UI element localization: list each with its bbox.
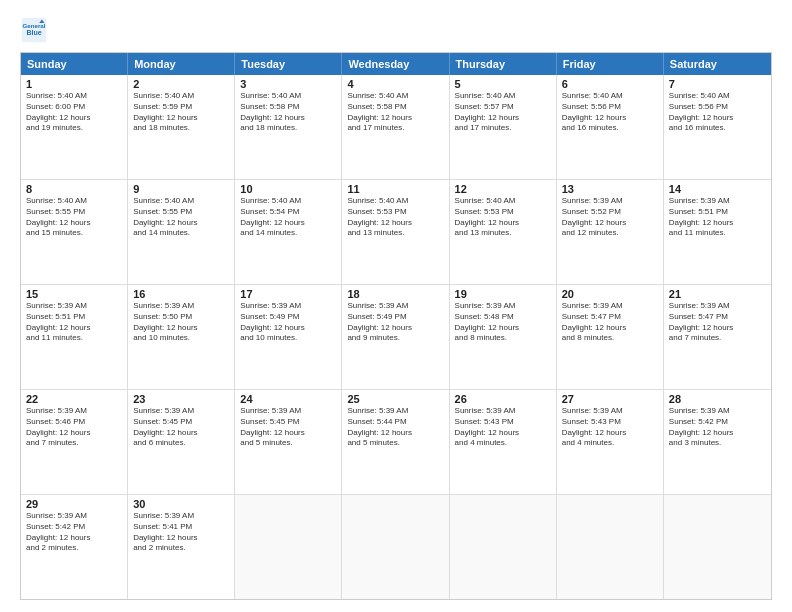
day-number: 24 <box>240 393 336 405</box>
calendar-cell: 25Sunrise: 5:39 AM Sunset: 5:44 PM Dayli… <box>342 390 449 494</box>
day-number: 19 <box>455 288 551 300</box>
weekday-header: Monday <box>128 53 235 75</box>
day-number: 9 <box>133 183 229 195</box>
cell-details: Sunrise: 5:40 AM Sunset: 5:55 PM Dayligh… <box>133 196 229 239</box>
cell-details: Sunrise: 5:39 AM Sunset: 5:44 PM Dayligh… <box>347 406 443 449</box>
calendar-cell <box>557 495 664 599</box>
cell-details: Sunrise: 5:40 AM Sunset: 5:58 PM Dayligh… <box>347 91 443 134</box>
calendar-cell: 3Sunrise: 5:40 AM Sunset: 5:58 PM Daylig… <box>235 75 342 179</box>
calendar-cell: 12Sunrise: 5:40 AM Sunset: 5:53 PM Dayli… <box>450 180 557 284</box>
svg-text:Blue: Blue <box>26 29 41 36</box>
cell-details: Sunrise: 5:40 AM Sunset: 5:56 PM Dayligh… <box>562 91 658 134</box>
day-number: 10 <box>240 183 336 195</box>
day-number: 20 <box>562 288 658 300</box>
day-number: 4 <box>347 78 443 90</box>
day-number: 1 <box>26 78 122 90</box>
cell-details: Sunrise: 5:39 AM Sunset: 5:52 PM Dayligh… <box>562 196 658 239</box>
calendar-header: SundayMondayTuesdayWednesdayThursdayFrid… <box>21 53 771 75</box>
svg-text:General: General <box>23 22 46 29</box>
cell-details: Sunrise: 5:39 AM Sunset: 5:50 PM Dayligh… <box>133 301 229 344</box>
calendar-cell: 9Sunrise: 5:40 AM Sunset: 5:55 PM Daylig… <box>128 180 235 284</box>
cell-details: Sunrise: 5:40 AM Sunset: 5:53 PM Dayligh… <box>347 196 443 239</box>
cell-details: Sunrise: 5:39 AM Sunset: 5:45 PM Dayligh… <box>240 406 336 449</box>
calendar-row: 22Sunrise: 5:39 AM Sunset: 5:46 PM Dayli… <box>21 389 771 494</box>
day-number: 5 <box>455 78 551 90</box>
logo: General Blue <box>20 16 52 44</box>
header: General Blue <box>20 16 772 44</box>
calendar-cell: 27Sunrise: 5:39 AM Sunset: 5:43 PM Dayli… <box>557 390 664 494</box>
calendar-cell: 5Sunrise: 5:40 AM Sunset: 5:57 PM Daylig… <box>450 75 557 179</box>
day-number: 14 <box>669 183 766 195</box>
calendar-cell: 22Sunrise: 5:39 AM Sunset: 5:46 PM Dayli… <box>21 390 128 494</box>
cell-details: Sunrise: 5:40 AM Sunset: 5:59 PM Dayligh… <box>133 91 229 134</box>
calendar-cell: 8Sunrise: 5:40 AM Sunset: 5:55 PM Daylig… <box>21 180 128 284</box>
day-number: 28 <box>669 393 766 405</box>
day-number: 2 <box>133 78 229 90</box>
day-number: 15 <box>26 288 122 300</box>
calendar-cell: 24Sunrise: 5:39 AM Sunset: 5:45 PM Dayli… <box>235 390 342 494</box>
cell-details: Sunrise: 5:40 AM Sunset: 5:57 PM Dayligh… <box>455 91 551 134</box>
day-number: 25 <box>347 393 443 405</box>
calendar-cell <box>450 495 557 599</box>
calendar-cell <box>342 495 449 599</box>
cell-details: Sunrise: 5:39 AM Sunset: 5:43 PM Dayligh… <box>562 406 658 449</box>
cell-details: Sunrise: 5:39 AM Sunset: 5:51 PM Dayligh… <box>26 301 122 344</box>
calendar-row: 29Sunrise: 5:39 AM Sunset: 5:42 PM Dayli… <box>21 494 771 599</box>
day-number: 11 <box>347 183 443 195</box>
cell-details: Sunrise: 5:40 AM Sunset: 5:54 PM Dayligh… <box>240 196 336 239</box>
logo-icon: General Blue <box>20 16 48 44</box>
cell-details: Sunrise: 5:39 AM Sunset: 5:48 PM Dayligh… <box>455 301 551 344</box>
calendar-cell: 21Sunrise: 5:39 AM Sunset: 5:47 PM Dayli… <box>664 285 771 389</box>
cell-details: Sunrise: 5:39 AM Sunset: 5:42 PM Dayligh… <box>669 406 766 449</box>
cell-details: Sunrise: 5:39 AM Sunset: 5:46 PM Dayligh… <box>26 406 122 449</box>
calendar-cell: 29Sunrise: 5:39 AM Sunset: 5:42 PM Dayli… <box>21 495 128 599</box>
day-number: 16 <box>133 288 229 300</box>
calendar-cell: 6Sunrise: 5:40 AM Sunset: 5:56 PM Daylig… <box>557 75 664 179</box>
calendar-cell: 4Sunrise: 5:40 AM Sunset: 5:58 PM Daylig… <box>342 75 449 179</box>
cell-details: Sunrise: 5:40 AM Sunset: 6:00 PM Dayligh… <box>26 91 122 134</box>
day-number: 8 <box>26 183 122 195</box>
calendar-cell <box>235 495 342 599</box>
cell-details: Sunrise: 5:39 AM Sunset: 5:47 PM Dayligh… <box>562 301 658 344</box>
calendar-cell: 13Sunrise: 5:39 AM Sunset: 5:52 PM Dayli… <box>557 180 664 284</box>
day-number: 3 <box>240 78 336 90</box>
weekday-header: Friday <box>557 53 664 75</box>
cell-details: Sunrise: 5:39 AM Sunset: 5:49 PM Dayligh… <box>240 301 336 344</box>
cell-details: Sunrise: 5:39 AM Sunset: 5:41 PM Dayligh… <box>133 511 229 554</box>
calendar-row: 15Sunrise: 5:39 AM Sunset: 5:51 PM Dayli… <box>21 284 771 389</box>
calendar-cell: 28Sunrise: 5:39 AM Sunset: 5:42 PM Dayli… <box>664 390 771 494</box>
cell-details: Sunrise: 5:39 AM Sunset: 5:47 PM Dayligh… <box>669 301 766 344</box>
calendar-cell: 23Sunrise: 5:39 AM Sunset: 5:45 PM Dayli… <box>128 390 235 494</box>
weekday-header: Wednesday <box>342 53 449 75</box>
calendar-cell: 11Sunrise: 5:40 AM Sunset: 5:53 PM Dayli… <box>342 180 449 284</box>
day-number: 6 <box>562 78 658 90</box>
calendar-cell <box>664 495 771 599</box>
weekday-header: Sunday <box>21 53 128 75</box>
calendar-cell: 2Sunrise: 5:40 AM Sunset: 5:59 PM Daylig… <box>128 75 235 179</box>
day-number: 22 <box>26 393 122 405</box>
calendar-cell: 16Sunrise: 5:39 AM Sunset: 5:50 PM Dayli… <box>128 285 235 389</box>
calendar-cell: 20Sunrise: 5:39 AM Sunset: 5:47 PM Dayli… <box>557 285 664 389</box>
cell-details: Sunrise: 5:39 AM Sunset: 5:42 PM Dayligh… <box>26 511 122 554</box>
cell-details: Sunrise: 5:39 AM Sunset: 5:51 PM Dayligh… <box>669 196 766 239</box>
cell-details: Sunrise: 5:39 AM Sunset: 5:43 PM Dayligh… <box>455 406 551 449</box>
weekday-header: Thursday <box>450 53 557 75</box>
calendar-cell: 17Sunrise: 5:39 AM Sunset: 5:49 PM Dayli… <box>235 285 342 389</box>
cell-details: Sunrise: 5:40 AM Sunset: 5:56 PM Dayligh… <box>669 91 766 134</box>
calendar-cell: 19Sunrise: 5:39 AM Sunset: 5:48 PM Dayli… <box>450 285 557 389</box>
cell-details: Sunrise: 5:39 AM Sunset: 5:49 PM Dayligh… <box>347 301 443 344</box>
page: General Blue SundayMondayTuesdayWednesda… <box>0 0 792 612</box>
day-number: 18 <box>347 288 443 300</box>
day-number: 30 <box>133 498 229 510</box>
weekday-header: Tuesday <box>235 53 342 75</box>
cell-details: Sunrise: 5:40 AM Sunset: 5:58 PM Dayligh… <box>240 91 336 134</box>
calendar-row: 8Sunrise: 5:40 AM Sunset: 5:55 PM Daylig… <box>21 179 771 284</box>
day-number: 29 <box>26 498 122 510</box>
calendar-row: 1Sunrise: 5:40 AM Sunset: 6:00 PM Daylig… <box>21 75 771 179</box>
cell-details: Sunrise: 5:39 AM Sunset: 5:45 PM Dayligh… <box>133 406 229 449</box>
day-number: 17 <box>240 288 336 300</box>
day-number: 21 <box>669 288 766 300</box>
calendar-cell: 30Sunrise: 5:39 AM Sunset: 5:41 PM Dayli… <box>128 495 235 599</box>
weekday-header: Saturday <box>664 53 771 75</box>
calendar-cell: 7Sunrise: 5:40 AM Sunset: 5:56 PM Daylig… <box>664 75 771 179</box>
